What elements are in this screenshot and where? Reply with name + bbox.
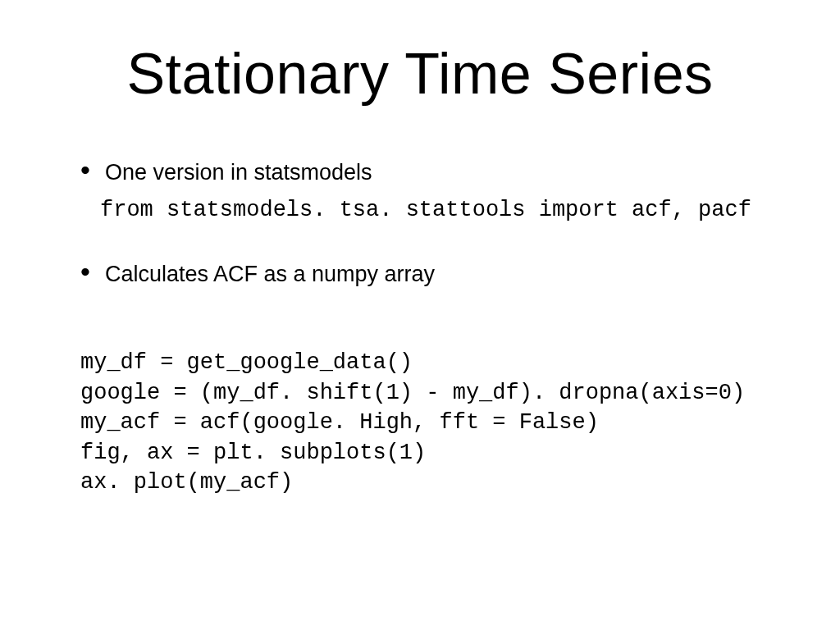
bullet-icon: •	[80, 258, 90, 285]
bullet-text-1: One version in statsmodels	[105, 160, 372, 185]
slide: Stationary Time Series • One version in …	[0, 0, 840, 630]
slide-title: Stationary Time Series	[66, 41, 774, 107]
bullet-item-1: • One version in statsmodels	[80, 156, 774, 185]
spacer	[66, 297, 774, 315]
bullet-icon: •	[80, 156, 90, 184]
bullet-item-2: • Calculates ACF as a numpy array	[80, 258, 774, 287]
code-import: from statsmodels. tsa. stattools import …	[100, 195, 774, 225]
code-snippet: my_df = get_google_data() google = (my_d…	[80, 348, 774, 497]
bullet-text-2: Calculates ACF as a numpy array	[105, 262, 435, 287]
